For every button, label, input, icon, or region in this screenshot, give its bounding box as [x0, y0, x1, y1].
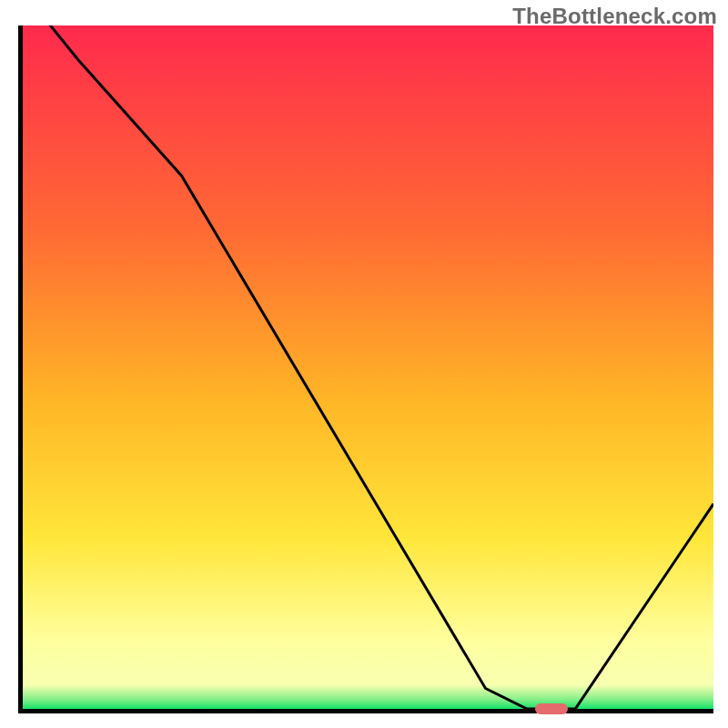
chart-svg	[23, 25, 713, 709]
plot-area	[18, 25, 713, 713]
optimal-marker	[535, 703, 568, 714]
chart-frame: TheBottleneck.com	[0, 0, 728, 728]
gradient-rect	[23, 25, 713, 709]
watermark-text: TheBottleneck.com	[512, 4, 717, 29]
